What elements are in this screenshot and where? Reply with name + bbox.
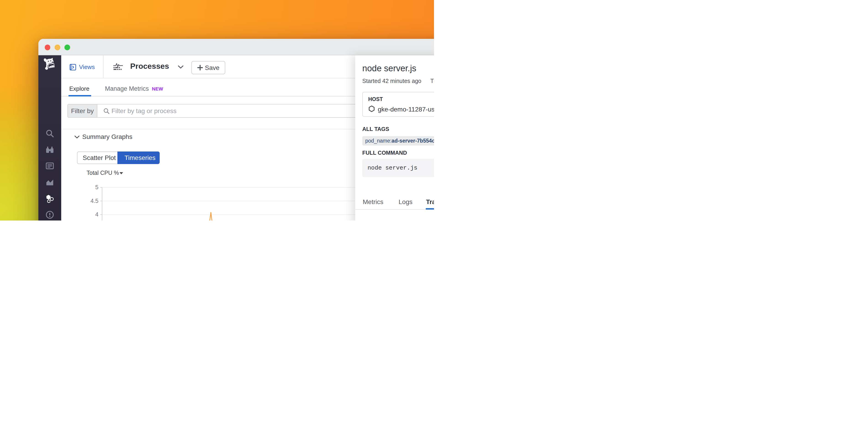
svg-text:4: 4 (95, 211, 98, 217)
svg-text:5: 5 (95, 184, 98, 190)
svg-text:4.5: 4.5 (90, 198, 98, 204)
